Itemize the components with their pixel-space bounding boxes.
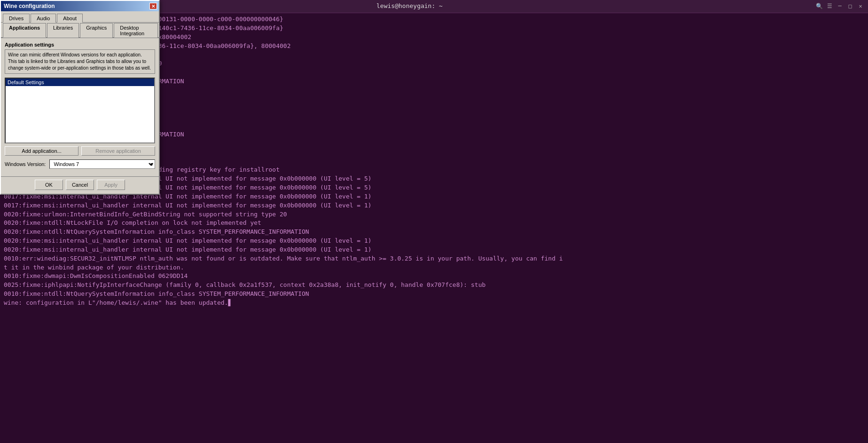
section-title: Application settings — [5, 42, 155, 47]
list-item[interactable]: Default Settings — [6, 79, 154, 86]
terminal-line: 0010:fixme:ntdll:NtQuerySystemInformatio… — [4, 290, 864, 299]
dialog-title: Wine configuration — [4, 3, 149, 9]
dialog-body: Application settings Wine can mimic diff… — [1, 38, 159, 176]
terminal-line: 0010:fixme:dwmapi:DwmIsCompositionEnable… — [4, 272, 864, 281]
dialog-footer: OK Cancel Apply — [1, 176, 159, 194]
terminal-line: 0020:fixme:msi:internal_ui_handler inter… — [4, 245, 864, 254]
menu-icon[interactable]: ☰ — [826, 3, 833, 10]
tab-applications[interactable]: Applications — [3, 23, 46, 38]
search-icon[interactable]: 🔍 — [815, 3, 823, 10]
tab-desktop-integration[interactable]: Desktop Integration — [114, 23, 158, 38]
close-icon[interactable]: ✕ — [857, 3, 864, 10]
maximize-icon[interactable]: □ — [846, 3, 854, 10]
wine-dialog: Wine configuration ✕ Drives Audio About … — [0, 0, 160, 195]
cancel-button[interactable]: Cancel — [66, 180, 94, 190]
terminal-line: 0020:fixme:ntdll:NtQuerySystemInformatio… — [4, 228, 864, 237]
apply-button[interactable]: Apply — [97, 180, 125, 190]
dialog-tabs-row2: Applications Libraries Graphics Desktop … — [1, 23, 159, 38]
version-select-wrapper: Windows 7Windows XPWindows VistaWindows … — [49, 159, 155, 169]
app-list[interactable]: Default Settings — [5, 78, 155, 143]
minimize-icon[interactable]: ─ — [836, 3, 844, 10]
ok-button[interactable]: OK — [35, 180, 63, 190]
add-application-button[interactable]: Add application... — [5, 146, 78, 156]
remove-application-button[interactable]: Remove application — [81, 146, 155, 156]
app-buttons: Add application... Remove application — [5, 146, 155, 156]
tab-libraries[interactable]: Libraries — [47, 23, 79, 38]
terminal-line: 0020:fixme:ntdll:NtLockFile I/O completi… — [4, 219, 864, 228]
dialog-tabs-row1: Drives Audio About — [1, 11, 159, 23]
terminal-line: wine: configuration in L"/home/lewis/.wi… — [4, 299, 864, 308]
dialog-close-button[interactable]: ✕ — [149, 3, 157, 9]
section-description: Wine can mimic different Windows version… — [5, 49, 155, 74]
terminal-line: 0020:fixme:msi:internal_ui_handler inter… — [4, 237, 864, 245]
terminal-line: 0020:fixme:urlmon:InternetBindInfo_GetBi… — [4, 210, 864, 219]
terminal-line: 0010:err:winediag:SECUR32_initNTLMSP ntl… — [4, 254, 864, 263]
tab-drives[interactable]: Drives — [3, 14, 30, 23]
terminal-line: 0017:fixme:msi:internal_ui_handler inter… — [4, 201, 864, 210]
terminal-line: t it in the winbind package of your dist… — [4, 263, 864, 272]
windows-version-label: Windows Version: — [5, 161, 46, 167]
version-row: Windows Version: Windows 7Windows XPWind… — [5, 159, 155, 169]
tab-audio[interactable]: Audio — [31, 14, 56, 23]
tab-graphics[interactable]: Graphics — [80, 23, 113, 38]
dialog-titlebar: Wine configuration ✕ — [1, 1, 159, 11]
terminal-line: 0025:fixme:iphlpapi:NotifyIpInterfaceCha… — [4, 281, 864, 290]
windows-version-select[interactable]: Windows 7Windows XPWindows VistaWindows … — [49, 159, 155, 169]
tab-about[interactable]: About — [57, 14, 83, 23]
terminal-controls: 🔍 ☰ ─ □ ✕ — [815, 3, 864, 10]
